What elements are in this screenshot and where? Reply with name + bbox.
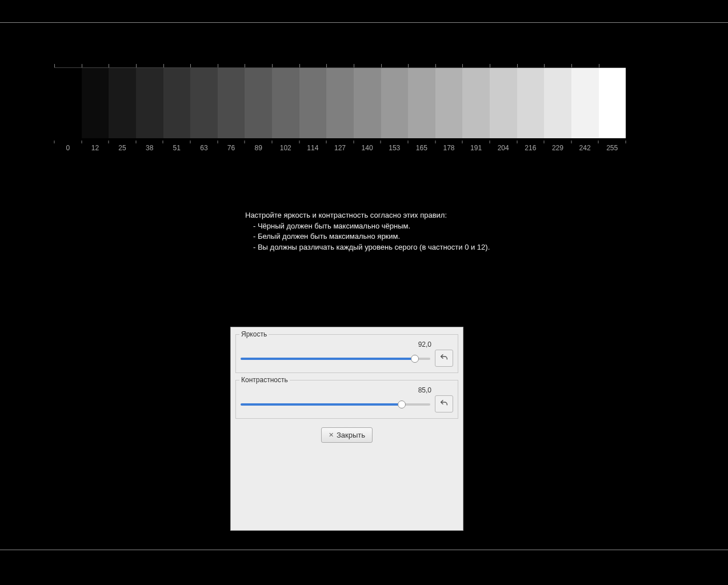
separator-top xyxy=(0,22,728,23)
grayscale-block xyxy=(571,68,599,138)
grayscale-label: 12 xyxy=(91,144,99,152)
separator-bottom xyxy=(0,550,728,550)
grayscale-block xyxy=(163,68,191,138)
grayscale-label: 25 xyxy=(118,144,126,152)
grayscale-block xyxy=(599,68,626,138)
grayscale-label: 242 xyxy=(579,144,591,152)
grayscale-label: 216 xyxy=(525,144,536,152)
contrast-slider[interactable] xyxy=(241,400,430,408)
grayscale-block xyxy=(136,68,163,138)
grayscale-block xyxy=(299,68,327,138)
contrast-group: Контрастность 85,0 xyxy=(235,380,458,419)
grayscale-block xyxy=(326,68,354,138)
grayscale-label: 178 xyxy=(443,144,454,152)
undo-icon xyxy=(439,399,449,410)
grayscale-block xyxy=(490,68,517,138)
grayscale-label: 102 xyxy=(280,144,291,152)
grayscale-block xyxy=(544,68,571,138)
grayscale-block xyxy=(354,68,381,138)
grayscale-label: 114 xyxy=(307,144,318,152)
instructions-title: Настройте яркость и контрастность соглас… xyxy=(245,210,490,221)
grayscale-label: 165 xyxy=(416,144,427,152)
instruction-rule: - Чёрный должен быть максимально чёрным. xyxy=(245,221,490,231)
grayscale-label: 153 xyxy=(389,144,400,152)
grayscale-label: 204 xyxy=(498,144,509,152)
grayscale-label: 89 xyxy=(254,144,262,152)
contrast-reset-button[interactable] xyxy=(435,395,453,412)
grayscale-block xyxy=(109,68,136,138)
close-button[interactable]: ✕ Закрыть xyxy=(321,427,373,443)
close-button-label: Закрыть xyxy=(337,431,365,439)
grayscale-label: 127 xyxy=(334,144,346,152)
instruction-rule: - Вы должны различать каждый уровень сер… xyxy=(245,242,490,253)
grayscale-label: 0 xyxy=(66,144,70,152)
instruction-rule: - Белый должен быть максимально ярким. xyxy=(245,231,490,242)
grayscale-block xyxy=(245,68,272,138)
brightness-reset-button[interactable] xyxy=(435,350,453,367)
grayscale-label: 191 xyxy=(470,144,482,152)
brightness-value: 92,0 xyxy=(241,340,453,348)
undo-icon xyxy=(439,353,449,364)
grayscale-block xyxy=(435,68,463,138)
grayscale-label: 63 xyxy=(200,144,207,152)
contrast-value: 85,0 xyxy=(241,386,453,394)
grayscale-block xyxy=(218,68,245,138)
grayscale-label: 255 xyxy=(606,144,618,152)
grayscale-calibration-strip: 0122538516376891021141271401531651781912… xyxy=(54,67,626,152)
grayscale-block xyxy=(408,68,435,138)
brightness-slider[interactable] xyxy=(241,354,430,362)
brightness-contrast-dialog: Яркость 92,0 Контрастность xyxy=(230,327,463,531)
grayscale-block xyxy=(517,68,545,138)
grayscale-label: 140 xyxy=(362,144,373,152)
grayscale-label: 51 xyxy=(173,144,181,152)
instructions-text: Настройте яркость и контрастность соглас… xyxy=(245,210,490,253)
grayscale-block xyxy=(82,68,109,138)
grayscale-block xyxy=(462,68,490,138)
grayscale-label: 76 xyxy=(227,144,235,152)
grayscale-label: 229 xyxy=(552,144,563,152)
grayscale-block xyxy=(190,68,218,138)
grayscale-label: 38 xyxy=(146,144,153,152)
grayscale-block xyxy=(381,68,409,138)
brightness-label: Яркость xyxy=(239,330,269,338)
grayscale-block xyxy=(54,68,82,138)
close-icon: ✕ xyxy=(329,431,334,439)
grayscale-block xyxy=(272,68,299,138)
contrast-label: Контрастность xyxy=(239,376,290,384)
brightness-group: Яркость 92,0 xyxy=(235,334,458,373)
